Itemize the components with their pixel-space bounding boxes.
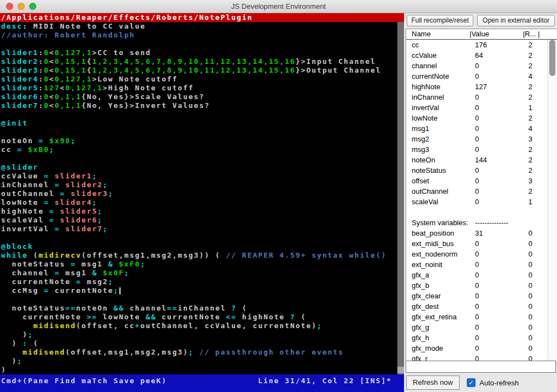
table-row[interactable]: inChannel02 bbox=[406, 92, 548, 102]
code-line[interactable]: highNote = slider5; bbox=[0, 207, 397, 216]
editor-scrollbar[interactable] bbox=[397, 22, 404, 374]
table-row[interactable]: gfx_dest00 bbox=[406, 301, 548, 312]
table-row[interactable]: gfx_h00 bbox=[406, 333, 548, 343]
code-line[interactable]: ); bbox=[0, 357, 397, 366]
variable-filter-input[interactable] bbox=[406, 361, 556, 373]
code-line[interactable] bbox=[0, 233, 397, 242]
table-row[interactable]: noteOn1442 bbox=[406, 155, 548, 165]
header-refcount[interactable]: |R... | bbox=[523, 29, 557, 39]
table-row[interactable]: noteStatus02 bbox=[406, 165, 548, 176]
table-row[interactable]: msg104 bbox=[406, 123, 548, 134]
table-row[interactable]: channel02 bbox=[406, 61, 548, 71]
code-editor[interactable]: /Applications/Reaper/Effects/Roberts/Not… bbox=[0, 13, 404, 392]
code-line[interactable]: invertVal = slider7; bbox=[0, 225, 397, 233]
code-line[interactable]: ) : ( bbox=[0, 339, 397, 348]
code-line[interactable]: noteOn = $x90; bbox=[0, 137, 397, 145]
table-row[interactable]: lowNote02 bbox=[406, 113, 548, 123]
table-row[interactable]: cc1762 bbox=[406, 40, 548, 50]
code-line[interactable]: ccMsg = currentNote; bbox=[0, 286, 397, 295]
table-row[interactable]: offset03 bbox=[406, 176, 548, 186]
table-row[interactable]: gfx_a00 bbox=[406, 270, 548, 280]
table-header[interactable]: Name |Value |R... | bbox=[406, 29, 557, 40]
code-line[interactable]: scaleVal = slider6; bbox=[0, 216, 397, 225]
code-line[interactable]: @init bbox=[0, 119, 397, 128]
code-line[interactable]: slider7:0<0,1,1{No, Yes}>Invert Values? bbox=[0, 101, 397, 110]
code-line[interactable]: inChannel = slider2; bbox=[0, 181, 397, 189]
code-line[interactable]: lowNote = slider4; bbox=[0, 198, 397, 207]
var-name: highNote bbox=[406, 81, 469, 92]
code-line[interactable]: @block bbox=[0, 242, 397, 251]
table-row[interactable]: gfx_ext_retina00 bbox=[406, 312, 548, 322]
scrollbar-grip[interactable] bbox=[397, 367, 404, 373]
table-row[interactable]: ext_midi_bus00 bbox=[406, 238, 548, 249]
code-line[interactable] bbox=[0, 40, 397, 48]
code-line[interactable] bbox=[0, 128, 397, 137]
var-value: 144 bbox=[469, 155, 523, 165]
var-refcount: 0 bbox=[523, 343, 548, 353]
table-row[interactable]: currentNote04 bbox=[406, 71, 548, 81]
open-external-editor-button[interactable]: Open in external editor bbox=[477, 15, 555, 26]
table-row[interactable]: ext_nodenorm00 bbox=[406, 249, 548, 259]
table-scrollbar-thumb[interactable] bbox=[549, 40, 555, 76]
code-line[interactable]: midisend(offset, cc+outChannel, ccValue,… bbox=[0, 322, 397, 330]
code-line[interactable]: currentNote = msg2; bbox=[0, 277, 397, 286]
code-line[interactable]: //author: Robert Randolph bbox=[0, 31, 397, 40]
code-line[interactable]: slider2:0<0,15,1{1,2,3,4,5,6,7,8,9,10,11… bbox=[0, 57, 397, 66]
var-name: offset bbox=[406, 176, 469, 186]
code-line[interactable]: @slider bbox=[0, 163, 397, 172]
table-row[interactable]: beat_position310 bbox=[406, 228, 548, 238]
code-line[interactable]: slider1:0<0,127,1>CC to send bbox=[0, 48, 397, 57]
code-line[interactable]: while (midirecv(offset,msg1,msg2,msg3)) … bbox=[0, 251, 397, 260]
table-row[interactable]: ccValue642 bbox=[406, 50, 548, 61]
var-name: lowNote bbox=[406, 113, 469, 123]
code-line[interactable]: desc: MIDI Note to CC value bbox=[0, 22, 397, 31]
var-name: ccValue bbox=[406, 50, 469, 61]
code-line[interactable]: channel = msg1 & $x0F; bbox=[0, 269, 397, 277]
full-recompile-button[interactable]: Full recompile/reset bbox=[407, 15, 473, 26]
code-line[interactable]: slider6:0<0,1,1{No, Yes}>Scale Values? bbox=[0, 92, 397, 101]
table-row[interactable]: System variables:-------------- bbox=[406, 217, 548, 228]
status-shortcuts: Cmd+(Pane Find maTch Save peeK) bbox=[1, 377, 167, 385]
code-line[interactable]: slider5:127<0,127,1>High Note cutoff bbox=[0, 84, 397, 92]
header-name[interactable]: Name bbox=[406, 29, 469, 39]
table-row[interactable]: gfx_b00 bbox=[406, 280, 548, 291]
code-line[interactable]: outChannel = slider3; bbox=[0, 189, 397, 198]
code-line[interactable] bbox=[0, 154, 397, 163]
table-row[interactable]: msg302 bbox=[406, 144, 548, 155]
table-row[interactable]: gfx_g00 bbox=[406, 322, 548, 333]
code-line[interactable]: slider3:0<0,15,1{1,2,3,4,5,6,7,8,9,10,11… bbox=[0, 66, 397, 75]
code-line[interactable] bbox=[0, 110, 397, 119]
code-line[interactable]: noteStatus==noteOn && channel==inChannel… bbox=[0, 304, 397, 313]
var-name: cc bbox=[406, 40, 469, 50]
table-scrollbar[interactable] bbox=[548, 40, 557, 362]
table-row[interactable]: outChannel02 bbox=[406, 186, 548, 197]
code-line[interactable]: currentNote >= lowNote && currentNote <=… bbox=[0, 313, 397, 322]
code-line[interactable]: noteStatus = msg1 & $xF0; bbox=[0, 260, 397, 269]
code-line[interactable]: ) bbox=[0, 366, 397, 374]
code-line[interactable]: cc = $xB0; bbox=[0, 145, 397, 154]
var-refcount: 4 bbox=[523, 123, 548, 134]
table-row[interactable]: gfx_mode00 bbox=[406, 343, 548, 353]
table-row[interactable] bbox=[406, 207, 548, 217]
var-refcount: 2 bbox=[523, 40, 548, 50]
code-line[interactable]: midisend(offset,msg1,msg2,msg3); // pass… bbox=[0, 348, 397, 357]
table-row[interactable]: highNote1272 bbox=[406, 81, 548, 92]
variable-rows: cc1762ccValue642channel02currentNote04hi… bbox=[406, 40, 548, 362]
table-row[interactable]: msg203 bbox=[406, 134, 548, 144]
code-line[interactable] bbox=[0, 295, 397, 304]
var-refcount: 0 bbox=[523, 291, 548, 301]
code-line[interactable]: ccValue = slider1; bbox=[0, 172, 397, 181]
table-row[interactable]: invertVal01 bbox=[406, 102, 548, 113]
table-row[interactable]: ext_noinit00 bbox=[406, 259, 548, 270]
code-line[interactable]: ); bbox=[0, 330, 397, 339]
code-line[interactable]: slider4:0<0,127,1>Low Note cutoff bbox=[0, 75, 397, 84]
table-row[interactable]: gfx_clear00 bbox=[406, 291, 548, 301]
var-name: gfx_mode bbox=[406, 343, 469, 353]
refresh-now-button[interactable]: Refresh now bbox=[406, 375, 460, 390]
text-cursor bbox=[119, 287, 121, 295]
header-value[interactable]: |Value bbox=[469, 29, 523, 39]
var-name: msg3 bbox=[406, 144, 469, 155]
code-area[interactable]: desc: MIDI Note to CC value//author: Rob… bbox=[0, 22, 397, 374]
table-row[interactable]: scaleVal01 bbox=[406, 197, 548, 207]
auto-refresh-checkbox[interactable]: ✓ bbox=[467, 378, 476, 387]
